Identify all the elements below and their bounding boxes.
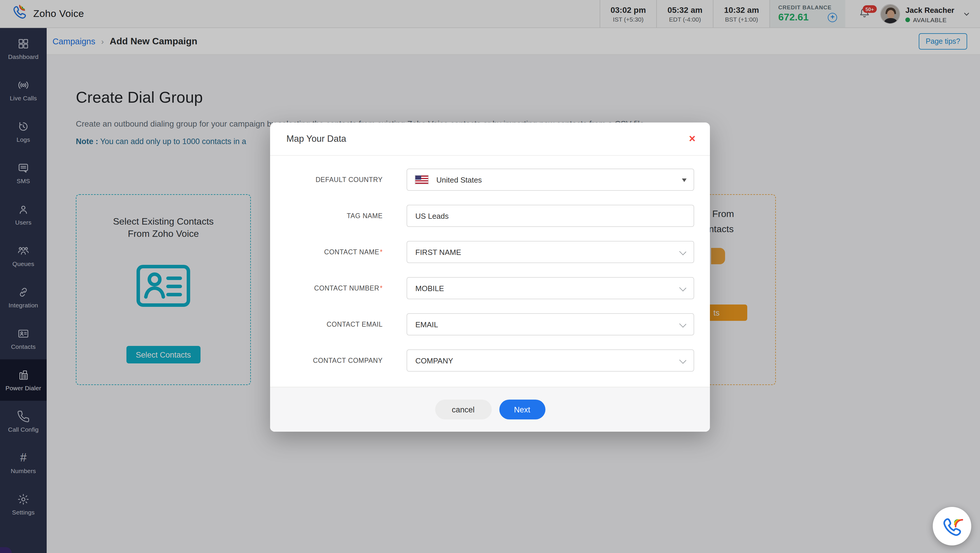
modal-body: DEFAULT COUNTRY United States TAG NAME C… [270,156,710,387]
contact-company-dropdown[interactable]: COMPANY [407,350,694,372]
contact-name-label-text: CONTACT NAME [324,248,379,256]
us-flag-icon [415,176,428,184]
default-country-value: United States [436,175,482,184]
default-country-label: DEFAULT COUNTRY [270,176,383,183]
chevron-down-icon [679,248,686,255]
contact-number-label: CONTACT NUMBER* [270,284,383,292]
form-row-contact-number: CONTACT NUMBER* MOBILE [270,277,710,299]
form-row-tag-name: TAG NAME [270,205,710,227]
phone-dialer-icon [941,514,963,538]
chevron-down-icon [679,321,686,327]
modal-title: Map Your Data [286,133,346,144]
dialer-fab[interactable] [933,507,971,545]
contact-number-dropdown[interactable]: MOBILE [407,277,694,299]
contact-name-dropdown[interactable]: FIRST NAME [407,241,694,263]
contact-company-value: COMPANY [415,356,453,365]
modal-header: Map Your Data ✕ [270,122,710,156]
form-row-contact-company: CONTACT COMPANY COMPANY [270,350,710,372]
contact-number-value: MOBILE [415,284,444,292]
next-button[interactable]: Next [499,400,545,420]
tag-name-input[interactable] [407,205,694,227]
map-your-data-modal: Map Your Data ✕ DEFAULT COUNTRY United S… [270,122,710,432]
modal-footer: cancel Next [270,387,710,432]
tag-name-label: TAG NAME [270,212,383,219]
zoho-voice-app: Zoho Voice 03:02 pm IST (+5:30) 05:32 am… [0,0,980,553]
form-row-contact-name: CONTACT NAME* FIRST NAME [270,241,710,263]
form-row-default-country: DEFAULT COUNTRY United States [270,168,710,191]
contact-name-value: FIRST NAME [415,248,461,256]
close-icon[interactable]: ✕ [689,133,696,144]
contact-name-label: CONTACT NAME* [270,248,383,256]
select-caret-icon [682,178,687,182]
contact-email-value: EMAIL [415,320,438,329]
contact-email-dropdown[interactable]: EMAIL [407,313,694,335]
contact-company-label: CONTACT COMPANY [270,357,383,364]
contact-email-label: CONTACT EMAIL [270,321,383,328]
cancel-button[interactable]: cancel [435,400,492,420]
contact-number-label-text: CONTACT NUMBER [314,284,379,292]
required-asterisk: * [380,248,383,256]
chevron-down-icon [679,357,686,364]
form-row-contact-email: CONTACT EMAIL EMAIL [270,313,710,335]
default-country-select[interactable]: United States [407,168,694,191]
chevron-down-icon [679,284,686,291]
required-asterisk: * [380,284,383,292]
